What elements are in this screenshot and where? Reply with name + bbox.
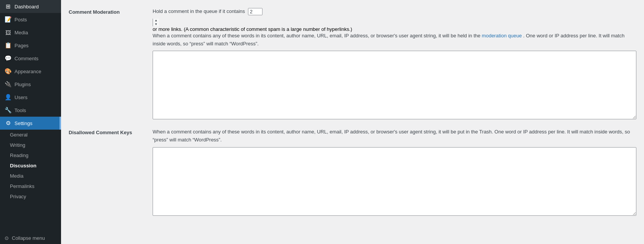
sidebar: ⊞ Dashboard 📝 Posts 🖼 Media 📋 Pages 💬 Co… [0,0,61,244]
submenu-item-reading[interactable]: Reading [0,150,61,161]
submenu-item-discussion[interactable]: Discussion [0,161,61,171]
disallowed-comment-keys-desc: When a comment contains any of these wor… [153,128,636,144]
comment-moderation-field: Hold a comment in the queue if it contai… [153,8,636,120]
plugins-icon: 🔌 [5,81,11,88]
sidebar-item-tools[interactable]: 🔧 Tools [0,104,61,117]
number-spin-down[interactable]: ▼ [153,22,159,26]
disallowed-comment-keys-label: Disallowed Comment Keys [69,128,153,135]
sidebar-label-media: Media [14,30,28,35]
comment-moderation-desc2: When a comment contains any of these wor… [153,32,636,48]
sidebar-label-dashboard: Dashboard [14,4,39,10]
desc2-before: When a comment contains any of these wor… [153,33,480,39]
sidebar-item-media[interactable]: 🖼 Media [0,26,61,39]
number-spin-up[interactable]: ▲ [153,19,159,22]
moderation-queue-link[interactable]: moderation queue [482,33,522,39]
submenu-item-permalinks[interactable]: Permalinks [0,181,61,191]
sidebar-item-appearance[interactable]: 🎨 Appearance [0,65,61,78]
main-content: Comment Moderation Hold a comment in the… [61,0,644,244]
sidebar-label-settings: Settings [14,120,32,126]
collapse-icon: ⊙ [5,235,9,241]
sidebar-label-plugins: Plugins [14,82,31,87]
sidebar-item-dashboard[interactable]: ⊞ Dashboard [0,0,61,13]
collapse-label: Collapse menu [12,235,45,241]
posts-icon: 📝 [5,16,11,23]
sidebar-item-plugins[interactable]: 🔌 Plugins [0,78,61,91]
sidebar-label-users: Users [14,95,27,100]
moderation-number-input[interactable] [248,8,262,15]
submenu-item-general[interactable]: General [0,130,61,140]
collapse-menu-button[interactable]: ⊙ Collapse menu [0,232,61,244]
desc1-after: or more links. (A common characteristic … [153,26,352,32]
comment-moderation-row: Comment Moderation Hold a comment in the… [69,8,636,120]
sidebar-label-comments: Comments [14,56,39,61]
tools-icon: 🔧 [5,107,11,114]
disallowed-comment-keys-row: Disallowed Comment Keys When a comment c… [69,128,636,217]
comments-icon: 💬 [5,55,11,62]
dashboard-icon: ⊞ [5,3,11,10]
submenu-item-media[interactable]: Media [0,171,61,181]
sidebar-item-posts[interactable]: 📝 Posts [0,13,61,26]
appearance-icon: 🎨 [5,68,11,75]
sidebar-item-pages[interactable]: 📋 Pages [0,39,61,52]
sidebar-item-users[interactable]: 👤 Users [0,91,61,104]
sidebar-label-tools: Tools [14,108,26,113]
media-icon: 🖼 [5,29,11,36]
sidebar-item-settings[interactable]: ⚙ Settings [0,117,61,130]
sidebar-item-comments[interactable]: 💬 Comments [0,52,61,65]
desc1-before: Hold a comment in the queue if it contai… [153,8,245,14]
sidebar-label-appearance: Appearance [14,69,41,74]
submenu-item-writing[interactable]: Writing [0,140,61,150]
disallowed-comment-keys-textarea[interactable] [153,147,636,216]
comment-moderation-desc1: Hold a comment in the queue if it contai… [153,8,636,16]
sidebar-label-posts: Posts [14,17,27,22]
disallowed-comment-keys-field: When a comment contains any of these wor… [153,128,636,217]
settings-icon: ⚙ [5,120,11,127]
comment-moderation-textarea[interactable] [153,51,636,119]
users-icon: 👤 [5,94,11,101]
comment-moderation-label: Comment Moderation [69,8,153,15]
sidebar-label-pages: Pages [14,43,29,48]
pages-icon: 📋 [5,42,11,49]
submenu-item-privacy[interactable]: Privacy [0,191,61,202]
